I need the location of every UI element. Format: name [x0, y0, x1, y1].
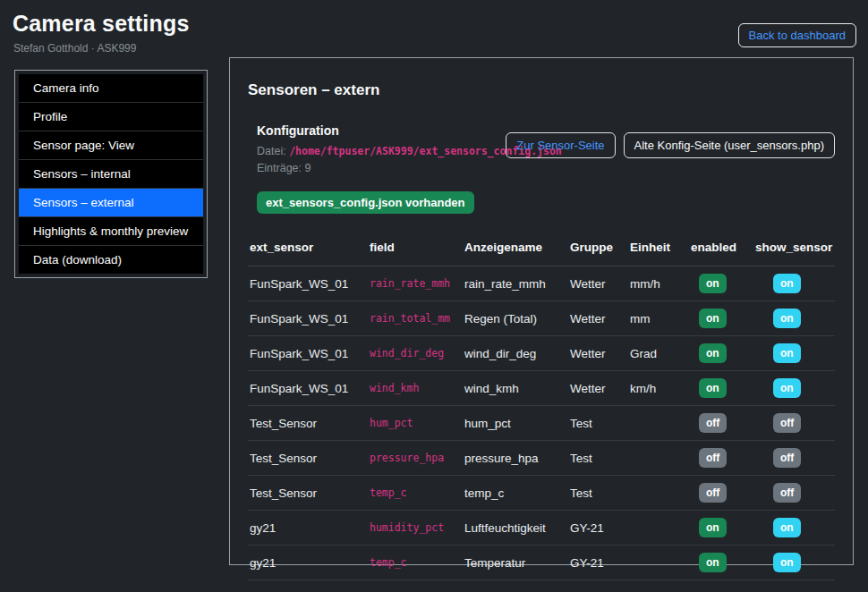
show-sensor-cell: on — [753, 371, 835, 406]
show-sensor-cell: on — [753, 336, 835, 371]
show-sensor-cell: off — [753, 406, 835, 441]
field-cell: pressure_hpa — [368, 441, 463, 476]
show-sensor-badge[interactable]: on — [773, 343, 801, 363]
einheit-cell — [628, 511, 689, 545]
table-row: FunSpark_WS_01wind_kmhwind_kmhWetterkm/h… — [248, 371, 835, 406]
show-sensor-badge[interactable]: off — [773, 413, 801, 433]
field-cell: temp_c — [368, 476, 463, 511]
anzeigename-cell: Temperatur — [463, 545, 568, 580]
einheit-cell — [628, 441, 689, 476]
enabled-badge[interactable]: off — [699, 483, 727, 503]
show-sensor-badge[interactable]: on — [773, 553, 801, 572]
gruppe-cell: Test — [568, 406, 628, 441]
sidebar-item-sensors-internal[interactable]: Sensors – internal — [19, 160, 203, 189]
ext-sensor-cell: FunSpark_WS_01 — [248, 266, 368, 301]
sensor-table-body: FunSpark_WS_01rain_rate_mmhrain_rate_mmh… — [248, 266, 835, 580]
sensor-page-link-button[interactable]: Zur Sensor-Seite — [506, 132, 615, 158]
back-to-dashboard-button[interactable]: Back to dashboard — [738, 23, 856, 47]
einheit-cell: mm — [628, 301, 689, 336]
config-entries-count: 9 — [305, 162, 311, 174]
einheit-cell: Grad — [628, 336, 689, 371]
enabled-badge[interactable]: off — [699, 448, 727, 468]
config-buttons: Zur Sensor-Seite Alte Konfig-Seite (user… — [506, 132, 835, 158]
table-row: FunSpark_WS_01rain_total_mmRegen (Total)… — [248, 301, 835, 336]
enabled-cell: off — [689, 441, 753, 476]
col-header-ext-sensor: ext_sensor — [248, 241, 368, 266]
main-panel: Sensoren – extern Konfiguration Datei: /… — [229, 57, 854, 565]
ext-sensor-cell: gy21 — [248, 511, 368, 545]
gruppe-cell: Wetter — [568, 336, 628, 371]
old-config-page-button[interactable]: Alte Konfig-Seite (user_sensors.php) — [624, 132, 835, 158]
enabled-badge[interactable]: on — [699, 343, 727, 363]
config-entries-label: Einträge: — [257, 162, 302, 174]
anzeigename-cell: pressure_hpa — [463, 441, 568, 476]
gruppe-cell: Wetter — [568, 266, 628, 301]
enabled-cell: on — [689, 511, 753, 545]
col-header-field: field — [368, 241, 463, 266]
sidebar-item-sensors-external[interactable]: Sensors – external — [19, 189, 203, 217]
sidebar-item-highlights-monthly-preview[interactable]: Highlights & monthly preview — [19, 217, 203, 246]
table-row: gy21humidity_pctLuftfeuchtigkeitGY-21ono… — [248, 511, 835, 545]
config-section: Konfiguration Datei: /home/ftpuser/ASK99… — [257, 123, 835, 214]
enabled-cell: on — [689, 266, 753, 301]
sidebar-item-profile[interactable]: Profile — [19, 103, 203, 131]
col-header-anzeigename: Anzeigename — [463, 241, 568, 266]
show-sensor-cell: on — [753, 545, 835, 580]
show-sensor-cell: on — [753, 511, 835, 545]
einheit-cell — [628, 406, 689, 441]
field-cell: wind_dir_deg — [368, 336, 463, 371]
gruppe-cell: Test — [568, 441, 628, 476]
enabled-cell: on — [689, 336, 753, 371]
field-cell: wind_kmh — [368, 371, 463, 406]
show-sensor-badge[interactable]: on — [773, 309, 801, 328]
einheit-cell: mm/h — [628, 266, 689, 301]
enabled-cell: on — [689, 545, 753, 580]
gruppe-cell: GY-21 — [568, 511, 628, 545]
sensor-table: ext_sensor field Anzeigename Gruppe Einh… — [248, 241, 835, 580]
enabled-badge[interactable]: on — [699, 309, 727, 328]
anzeigename-cell: wind_kmh — [463, 371, 568, 406]
anzeigename-cell: hum_pct — [463, 406, 568, 441]
show-sensor-cell: on — [753, 266, 835, 301]
config-exists-badge: ext_sensors_config.json vorhanden — [257, 191, 474, 214]
show-sensor-cell: off — [753, 441, 835, 476]
show-sensor-badge[interactable]: on — [773, 378, 801, 398]
enabled-badge[interactable]: on — [699, 274, 727, 293]
field-cell: rain_total_mm — [368, 301, 463, 336]
show-sensor-badge[interactable]: off — [773, 448, 801, 468]
col-header-einheit: Einheit — [628, 241, 689, 266]
col-header-gruppe: Gruppe — [568, 241, 628, 266]
enabled-cell: off — [689, 476, 753, 511]
enabled-badge[interactable]: off — [699, 413, 727, 433]
table-row: FunSpark_WS_01wind_dir_degwind_dir_degWe… — [248, 336, 835, 371]
show-sensor-badge[interactable]: on — [773, 274, 801, 293]
table-row: FunSpark_WS_01rain_rate_mmhrain_rate_mmh… — [248, 266, 835, 301]
table-header-row: ext_sensor field Anzeigename Gruppe Einh… — [248, 241, 835, 266]
show-sensor-cell: on — [753, 301, 835, 336]
table-row: Test_Sensortemp_ctemp_cTestoffoff — [248, 476, 835, 511]
panel-title: Sensoren – extern — [248, 81, 835, 99]
anzeigename-cell: Regen (Total) — [463, 301, 568, 336]
gruppe-cell: GY-21 — [568, 545, 628, 580]
enabled-badge[interactable]: on — [699, 518, 727, 537]
camera-settings-page: Camera settings Stefan Gotthold · ASK999… — [0, 0, 868, 592]
anzeigename-cell: temp_c — [463, 476, 568, 511]
show-sensor-badge[interactable]: on — [773, 518, 801, 537]
page-subtitle: Stefan Gotthold · ASK999 — [13, 42, 136, 55]
ext-sensor-cell: Test_Sensor — [248, 406, 368, 441]
sidebar-item-data-download[interactable]: Data (download) — [19, 246, 203, 274]
gruppe-cell: Test — [568, 476, 628, 511]
config-entries-line: Einträge: 9 — [257, 162, 835, 174]
field-cell: temp_c — [368, 545, 463, 580]
col-header-show-sensor: show_sensor — [753, 241, 835, 266]
field-cell: rain_rate_mmh — [368, 266, 463, 301]
sidebar-item-camera-info[interactable]: Camera info — [19, 74, 203, 103]
einheit-cell: km/h — [628, 371, 689, 406]
sidebar-item-sensor-page-view[interactable]: Sensor page: View — [19, 131, 203, 160]
show-sensor-badge[interactable]: off — [773, 483, 801, 503]
enabled-badge[interactable]: on — [699, 378, 727, 398]
anzeigename-cell: Luftfeuchtigkeit — [463, 511, 568, 545]
enabled-badge[interactable]: on — [699, 553, 727, 572]
show-sensor-cell: off — [753, 476, 835, 511]
ext-sensor-cell: FunSpark_WS_01 — [248, 336, 368, 371]
